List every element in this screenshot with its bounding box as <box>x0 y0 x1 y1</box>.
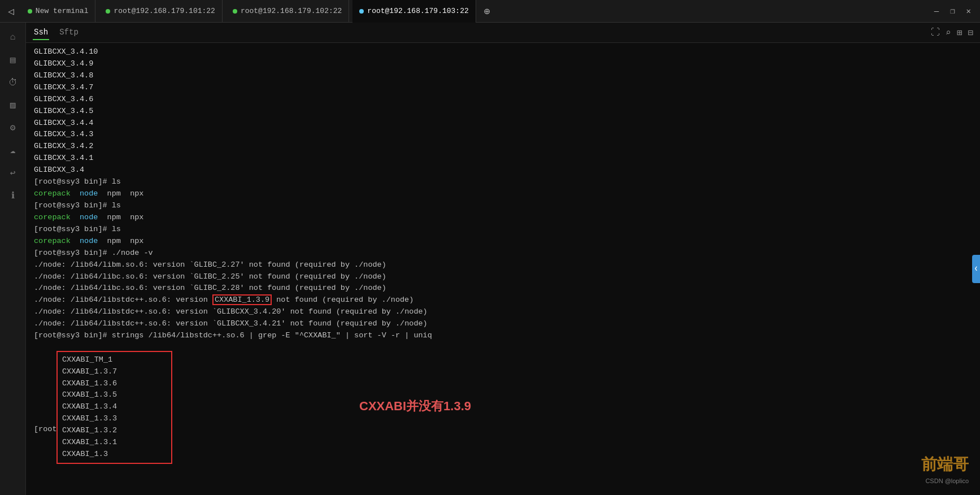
glibc-line-9: GLIBCXX_3.4.2 <box>34 141 972 153</box>
glibc-line-4: GLIBCXX_3.4.7 <box>34 82 972 94</box>
cxxabi-item-0: CXXABI_TM_1 <box>62 354 167 366</box>
tab-ssh[interactable]: Ssh <box>33 25 49 40</box>
cxxabi-item-6: CXXABI_1.3.2 <box>62 425 167 437</box>
close-button[interactable]: ✕ <box>963 5 974 17</box>
prompt-ls-3: [root@ssy3 bin]# ls <box>34 224 972 236</box>
search-icon[interactable]: ⌕ <box>946 27 951 38</box>
glibc-line-1: GLIBCXX_3.4.10 <box>34 46 972 58</box>
sidebar-history-icon[interactable]: ⏱ <box>3 72 23 93</box>
sidebar-back-icon[interactable]: ↩ <box>3 163 23 183</box>
watermark: 前端哥 CSDN @loplico <box>921 452 969 486</box>
cxxabi-item-4: CXXABI_1.3.4 <box>62 401 167 413</box>
tab-host-3[interactable]: root@192.168.179.103:22 <box>352 0 476 23</box>
watermark-en: CSDN @loplico <box>925 476 969 486</box>
sidebar-home-icon[interactable]: ⌂ <box>3 27 23 47</box>
error-line-3: ./node: /lib64/libc.so.6: version `GLIBC… <box>34 283 972 294</box>
error-line-1: ./node: /lib64/libm.so.6: version `GLIBC… <box>34 259 972 271</box>
annotation-text: CXXABI并没有1.3.9 <box>359 397 471 416</box>
sidebar-server-icon[interactable]: ▤ <box>3 50 23 70</box>
tab-new-terminal[interactable]: New terminal <box>21 0 96 23</box>
titlebar: ◁ New terminal root@192.168.179.101:22 r… <box>0 0 980 23</box>
tab-label-2: root@192.168.179.102:22 <box>241 7 342 15</box>
subtoolbar: Ssh Sftp ⛶ ⌕ ⊞ ⊟ <box>26 23 980 43</box>
glibc-line-6: GLIBCXX_3.4.5 <box>34 106 972 118</box>
glibc-line-7: GLIBCXX_3.4.4 <box>34 118 972 129</box>
highlighted-version: CXXABI_1.3.9 <box>212 294 272 305</box>
subtoolbar-actions: ⛶ ⌕ ⊞ ⊟ <box>931 27 973 38</box>
cxxabi-item-5: CXXABI_1.3.3 <box>62 413 167 425</box>
back-button[interactable]: ◁ <box>5 5 18 18</box>
glibc-line-8: GLIBCXX_3.4.3 <box>34 129 972 141</box>
tab-host-1[interactable]: root@192.168.179.101:22 <box>99 0 222 23</box>
main-area: Ssh Sftp ⛶ ⌕ ⊞ ⊟ GLIBCXX_3.4.10 GLIBCXX_… <box>26 23 980 495</box>
ls-output-1: corepack node npm npx <box>34 188 972 200</box>
glibc-line-11: GLIBCXX_3.4 <box>34 164 972 176</box>
tab-sftp[interactable]: Sftp <box>58 25 80 40</box>
tab-host-2[interactable]: root@192.168.179.102:22 <box>226 0 349 23</box>
prompt-strings: [root@ssy3 bin]# strings /lib64/libstdc+… <box>34 330 972 342</box>
fullscreen-icon[interactable]: ⛶ <box>931 27 940 38</box>
tab-dot-1 <box>28 9 32 14</box>
tab-dot-4 <box>359 9 364 14</box>
error-line-6: ./node: /lib64/libstdc++.so.6: version `… <box>34 318 972 330</box>
window-controls: — ❐ ✕ <box>931 5 974 17</box>
cxxabi-item-8: CXXABI_1.3 <box>62 449 167 461</box>
sidebar-cloud-icon[interactable]: ☁ <box>3 140 23 160</box>
tab-label-3: root@192.168.179.103:22 <box>367 7 468 15</box>
add-tab-button[interactable]: ⊕ <box>480 5 495 18</box>
minimize-button[interactable]: — <box>931 6 942 17</box>
ls-output-3: corepack node npm npx <box>34 236 972 248</box>
error-line-2: ./node: /lib64/libc.so.6: version `GLIBC… <box>34 271 972 283</box>
error-line-4: ./node: /lib64/libstdc++.so.6: version C… <box>34 294 972 306</box>
split-h-icon[interactable]: ⊞ <box>957 27 962 38</box>
cxxabi-item-3: CXXABI_1.3.5 <box>62 389 167 401</box>
tab-dot-3 <box>233 9 237 14</box>
ls-output-2: corepack node npm npx <box>34 212 972 224</box>
cxxabi-item-1: CXXABI_1.3.7 <box>62 366 167 378</box>
split-v-icon[interactable]: ⊟ <box>968 27 973 38</box>
right-panel-handle[interactable]: ❮ <box>972 255 980 283</box>
cxxabi-item-7: CXXABI_1.3.1 <box>62 437 167 449</box>
maximize-button[interactable]: ❐ <box>947 5 958 17</box>
prompt-ls-2: [root@ssy3 bin]# ls <box>34 200 972 212</box>
cxxabi-item-2: CXXABI_1.3.6 <box>62 378 167 390</box>
error-line-5: ./node: /lib64/libstdc++.so.6: version `… <box>34 306 972 318</box>
sidebar-settings-icon[interactable]: ⚙ <box>3 118 23 138</box>
sidebar: ⌂ ▤ ⏱ ▨ ⚙ ☁ ↩ ℹ <box>0 23 26 495</box>
tab-dot-2 <box>106 9 110 14</box>
prompt-node: [root@ssy3 bin]# ./node -v <box>34 248 972 259</box>
prompt-ls-1: [root@ssy3 bin]# ls <box>34 176 972 188</box>
watermark-stack: 前端哥 CSDN @loplico <box>921 452 969 486</box>
glibc-line-2: GLIBCXX_3.4.9 <box>34 58 972 70</box>
final-prompt-line: [root@ssy3 bin]# <box>34 424 972 436</box>
tab-label-1: root@192.168.179.101:22 <box>114 7 215 15</box>
glibc-line-3: GLIBCXX_3.4.8 <box>34 70 972 82</box>
watermark-cn: 前端哥 <box>921 452 969 476</box>
glibc-line-5: GLIBCXX_3.4.6 <box>34 94 972 106</box>
tab-label-0: New terminal <box>36 7 89 15</box>
sidebar-info-icon[interactable]: ℹ <box>3 185 23 206</box>
sidebar-image-icon[interactable]: ▨ <box>3 95 23 115</box>
subtoolbar-tabs: Ssh Sftp <box>33 25 80 40</box>
cxxabi-list-box: CXXABI_TM_1 CXXABI_1.3.7 CXXABI_1.3.6 CX… <box>56 351 172 464</box>
titlebar-left: ◁ New terminal root@192.168.179.101:22 r… <box>5 0 495 23</box>
glibc-line-10: GLIBCXX_3.4.1 <box>34 153 972 164</box>
terminal-content[interactable]: GLIBCXX_3.4.10 GLIBCXX_3.4.9 GLIBCXX_3.4… <box>26 43 980 495</box>
